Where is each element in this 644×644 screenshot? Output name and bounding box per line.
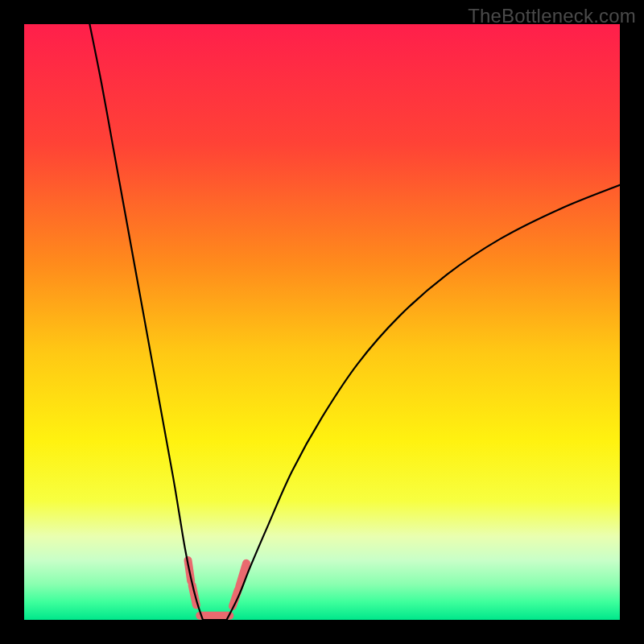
series-group xyxy=(89,24,620,620)
watermark-label: TheBottleneck.com xyxy=(468,5,636,27)
curve-layer xyxy=(24,24,620,620)
sweet-spot-markers xyxy=(188,560,247,616)
series-right-branch xyxy=(227,185,620,620)
series-left-branch xyxy=(89,24,203,620)
chart-frame: TheBottleneck.com xyxy=(0,0,644,644)
plot-area xyxy=(24,24,620,620)
